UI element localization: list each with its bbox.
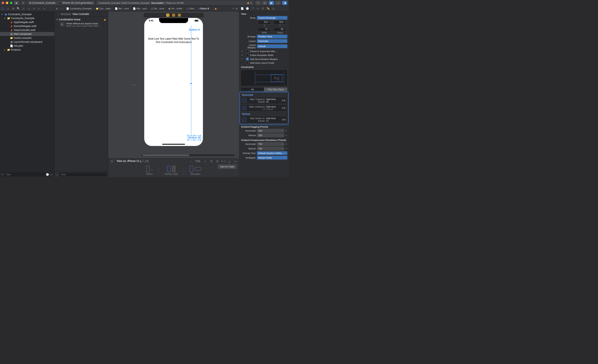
safe-area-guide-checkbox[interactable]: [246, 61, 249, 64]
layout-select[interactable]: Automatic⌃⌄: [257, 39, 287, 43]
size-class-segment[interactable]: All This Size Class: [241, 87, 287, 91]
back-icon[interactable]: 〈: [57, 12, 59, 16]
editor-options-icon[interactable]: ▭: [234, 160, 237, 163]
resize-handle[interactable]: [200, 139, 201, 141]
breakpoint-nav-icon[interactable]: ▱: [38, 7, 41, 10]
y-field[interactable]: 815▴▾: [274, 21, 286, 24]
viewas-device[interactable]: iPhone 11 (: [127, 160, 141, 162]
show-select[interactable]: Frame Rectangle⌃⌄: [257, 16, 287, 20]
back-icon[interactable]: 〈: [59, 7, 62, 10]
readable-width-checkbox[interactable]: [246, 54, 249, 57]
nav-file[interactable]: ◆AppDelegate.swift: [0, 20, 54, 24]
add-margin-button[interactable]: +: [241, 54, 244, 57]
interface-style-group[interactable]: Interface Style: [165, 166, 178, 175]
nav-products[interactable]: ▸📁Products: [0, 48, 54, 52]
adjust-editor-icon[interactable]: ≡: [232, 7, 235, 10]
zoom-level[interactable]: 71%: [195, 160, 200, 163]
constraints-preview[interactable]: Ag: [241, 70, 287, 86]
attributes-insp-icon[interactable]: ⚲: [261, 7, 265, 10]
zoom-in-button[interactable]: ＋: [204, 160, 206, 163]
project-nav-icon[interactable]: ▢: [1, 7, 4, 10]
close-icon[interactable]: [2, 2, 4, 4]
seg-this[interactable]: This Size Class: [264, 87, 287, 91]
hug-h-field[interactable]: 250⌄: [257, 129, 284, 133]
recent-filter-icon[interactable]: 🕘: [46, 173, 49, 176]
safe-area-margins-checkbox[interactable]: [246, 58, 249, 60]
stop-button[interactable]: ■: [21, 1, 26, 5]
file-insp-icon[interactable]: 📄: [241, 7, 244, 10]
zoom-out-button[interactable]: −: [190, 160, 191, 163]
button-a[interactable]: Button A: [189, 28, 200, 31]
device-group[interactable]: ⌄ Device: [146, 166, 153, 175]
exit-dock-icon[interactable]: [178, 14, 181, 16]
scheme-selector[interactable]: ⚙︎ Constraints_Example 〉 📱 iPhone SE (2n…: [27, 1, 95, 5]
pin-icon[interactable]: ⊢⊣: [222, 160, 225, 163]
vc-dock-icon[interactable]: [166, 14, 169, 16]
outline-toggle-icon[interactable]: ◫: [110, 160, 113, 163]
hug-v-field[interactable]: 250⌄: [257, 133, 284, 137]
source-control-nav-icon[interactable]: ⎌: [7, 7, 9, 10]
test-nav-icon[interactable]: ◇: [27, 7, 30, 10]
horizontal-scrollbar[interactable]: [141, 154, 235, 156]
issue-nav-icon[interactable]: ⚠: [22, 7, 25, 10]
activity-view[interactable]: Constraints_Example | Build Constraints_…: [96, 1, 254, 5]
nav-file[interactable]: 📁Assets.xcassets: [0, 36, 54, 40]
issue-row[interactable]: L Views without any layout constr… Multi…: [57, 21, 106, 27]
resolve-icon[interactable]: △: [228, 160, 231, 163]
ambiguity-select[interactable]: Always Verify⌃⌄: [257, 156, 287, 160]
nav-file[interactable]: 📄Info.plist: [0, 44, 54, 48]
preserve-superview-checkbox[interactable]: [246, 50, 249, 53]
run-button[interactable]: ▶: [14, 1, 19, 5]
scm-filter-icon[interactable]: ▭: [50, 173, 53, 176]
size-insp-icon[interactable]: 📏: [267, 7, 270, 10]
code-review-button[interactable]: ⇄: [262, 1, 267, 5]
add-margin-button[interactable]: +: [241, 57, 244, 61]
resize-handle[interactable]: [187, 139, 189, 141]
multiline-label[interactable]: Multi-Line Text Label Filled With Some T…: [147, 37, 200, 44]
add-editor-icon[interactable]: ⊞: [235, 7, 238, 10]
scene-dock[interactable]: [144, 13, 203, 17]
height-field[interactable]: 36▴▾: [274, 28, 286, 31]
constraint-indicator-icon[interactable]: [190, 82, 192, 84]
prev-issue-icon[interactable]: 〈: [211, 7, 214, 10]
nav-file-selected[interactable]: ▦Main.storyboard: [0, 32, 54, 36]
filter-icon[interactable]: ⌕: [56, 173, 59, 176]
constraint-row[interactable]: ⊣ Align Trailing to:Safe Area Equals:20 …: [241, 97, 287, 104]
nav-group[interactable]: ▾📁Constraints_Example: [0, 16, 54, 20]
comp-v-field[interactable]: 750⌄: [257, 147, 284, 150]
add-margin-button[interactable]: +: [241, 50, 244, 53]
comp-h-field[interactable]: 750⌄: [257, 142, 284, 146]
show-inspector-button[interactable]: ◨: [282, 1, 287, 5]
width-field[interactable]: 75▴▾: [258, 28, 271, 31]
minimize-icon[interactable]: [6, 2, 8, 4]
resize-handle[interactable]: [193, 135, 195, 136]
seg-all[interactable]: All: [241, 87, 264, 91]
first-responder-dock-icon[interactable]: [172, 14, 175, 16]
resize-handle[interactable]: [200, 135, 201, 136]
edit-button[interactable]: Edit: [282, 107, 285, 109]
outline-filter-input[interactable]: [60, 173, 107, 176]
intrinsic-select[interactable]: Default (System Define…⌃⌄: [257, 151, 287, 155]
show-debug-button[interactable]: ▭: [275, 1, 281, 5]
edit-button[interactable]: Edit: [282, 119, 285, 121]
resize-handle[interactable]: [187, 135, 189, 136]
align-icon[interactable]: ⊟: [216, 160, 219, 163]
help-insp-icon[interactable]: ?: [251, 7, 254, 10]
arrange-select[interactable]: Position View⌄: [257, 35, 287, 38]
forward-icon[interactable]: 〉: [62, 7, 66, 10]
zoom-icon[interactable]: [10, 2, 12, 4]
x-field[interactable]: 319▴▾: [258, 21, 271, 24]
history-insp-icon[interactable]: 🕘: [246, 7, 249, 10]
device-frame[interactable]: 9:41 Button A Multi-Line Text Label Fill…: [144, 18, 203, 146]
report-nav-icon[interactable]: ▭: [43, 7, 46, 10]
orientation-group[interactable]: Orientation: [190, 166, 201, 175]
embed-icon[interactable]: ⊡: [210, 160, 213, 163]
find-nav-icon[interactable]: 🔍: [17, 7, 20, 10]
connections-insp-icon[interactable]: ⊙: [272, 7, 275, 10]
nav-filter-input[interactable]: [5, 173, 45, 176]
add-button[interactable]: ＋: [255, 1, 261, 5]
jump-bar[interactable]: ⊞ 〈 〉 📄Constraints_Example〉 📁Con…mple〉 📄…: [54, 7, 239, 10]
ib-canvas[interactable]: → 9:41 Button A Multi-Line Text Label Fi…: [108, 11, 239, 177]
nav-file[interactable]: ◆SceneDelegate.swift: [0, 24, 54, 28]
nav-file[interactable]: ◆ViewController.swift: [0, 28, 54, 32]
